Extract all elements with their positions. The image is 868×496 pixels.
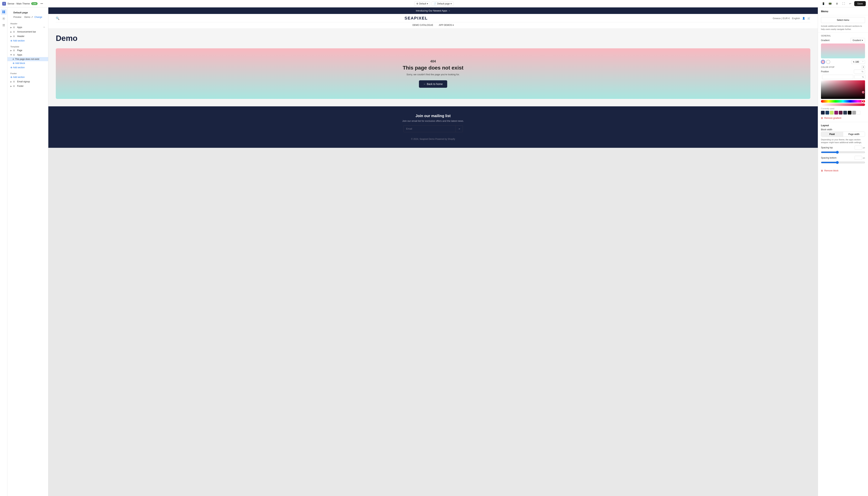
sidebar-item-not-exist[interactable]: A This page does not exist	[7, 57, 48, 61]
page-icon: 📄	[434, 2, 436, 5]
sidebar-header: Default page Preview Demo ↗ Change	[7, 7, 48, 21]
swatch-1[interactable]	[821, 111, 825, 114]
sidebar-icon-apps[interactable]	[1, 22, 7, 28]
nav-demo-catalogue[interactable]: DEMO CATALOGUE	[413, 24, 433, 26]
template-section-label: Template	[7, 44, 48, 48]
topbar-right: 📱 📟 🖥 ⛶ ↩ Save	[455, 1, 866, 6]
swatch-5[interactable]	[839, 111, 842, 114]
add-block-button[interactable]: ⊕ Add block	[7, 61, 48, 65]
search-icon[interactable]: 🔍	[56, 17, 60, 20]
device-tablet-button[interactable]: 📟	[827, 1, 833, 6]
sidebar-item-apps-template[interactable]: ▶ ⊞ Apps	[7, 52, 48, 57]
spacing-top-slider[interactable]	[821, 151, 865, 154]
color-picker-handle[interactable]	[862, 91, 864, 93]
store-footer: Join our mailing list Join our email lis…	[48, 106, 818, 148]
header-section-group: Header ▶ ⊞ Apps 👁 ▶ ⊞ Announcement bar ▶…	[7, 21, 48, 44]
trash-icon: 🗑	[821, 117, 823, 119]
position-label: Position	[821, 70, 853, 73]
trash-icon2: 🗑	[821, 169, 823, 172]
footer-subheading: Join our email list for exclusive offers…	[56, 120, 810, 122]
grid-icon6: ⊞	[13, 85, 16, 87]
angle-value-input[interactable]	[855, 61, 862, 63]
sidebar-item-apps-header[interactable]: ▶ ⊞ Apps 👁	[7, 25, 48, 30]
live-badge: Live	[31, 2, 37, 5]
spacing-bottom-slider[interactable]	[821, 161, 865, 164]
swatch-4[interactable]	[834, 111, 838, 114]
swatch-2[interactable]	[825, 111, 829, 114]
undo-button[interactable]: ↩	[848, 1, 853, 6]
error-subtitle: Sorry, we couldn't find the page you're …	[63, 73, 803, 76]
email-signup-row: →	[403, 125, 463, 132]
sidebar-icon-bar	[0, 7, 7, 496]
pct-input[interactable]: 100	[856, 76, 862, 78]
alpha-slider[interactable]	[821, 103, 865, 106]
add-color-stop-button[interactable]: +	[862, 65, 865, 69]
save-button[interactable]: Save	[854, 1, 866, 6]
swatch-white[interactable]	[857, 111, 861, 114]
gradient-label: Gradient Gradient ▾	[821, 38, 865, 43]
gradient-preview[interactable]	[821, 44, 865, 58]
chevron-down-icon2: ▾	[451, 2, 452, 5]
svg-point-4	[3, 18, 4, 19]
grid-icon2: ⊞	[13, 30, 16, 33]
sidebar-item-page[interactable]: ▶ ⊞ Page	[7, 48, 48, 52]
gradient-dropdown[interactable]: Gradient ▾	[851, 38, 865, 43]
right-panel-title: Menu	[821, 10, 865, 13]
hue-handle[interactable]	[861, 100, 864, 103]
hex-input[interactable]: #FFD3E2	[822, 75, 853, 79]
email-input[interactable]	[403, 125, 456, 132]
color-stop-2[interactable]	[826, 60, 830, 64]
svg-rect-0	[2, 11, 3, 12]
device-mobile-button[interactable]: 📱	[821, 1, 826, 6]
footer-section-label: Footer	[7, 71, 48, 75]
footer-heading: Join our mailing list	[56, 114, 810, 118]
swatch-6[interactable]	[843, 111, 847, 114]
color-swatches	[821, 111, 865, 114]
page-select[interactable]: 📄 Default page ▾	[432, 1, 454, 6]
select-menu-button[interactable]: Select menu	[821, 17, 865, 23]
add-section-footer-button[interactable]: ⊕ Add section	[7, 75, 48, 79]
spacing-top-input: 36 px	[855, 145, 865, 150]
swatch-3[interactable]	[830, 111, 834, 114]
spacing-bottom-value[interactable]: 36	[855, 156, 862, 160]
add-section-template-button[interactable]: ⊕ Add section	[7, 65, 48, 70]
hue-slider[interactable]	[821, 100, 865, 103]
position-input[interactable]: 0	[855, 70, 861, 73]
position-unit: %	[862, 71, 863, 73]
store-nav-right: Greece | EUR € English 👤 🛒	[773, 17, 810, 20]
sidebar-item-header[interactable]: ▶ ⊞ Header	[7, 34, 48, 38]
color-picker-area[interactable]	[821, 80, 865, 99]
announcement-bar: Introducing Our Newest Apps →	[48, 7, 818, 14]
sidebar-icon-sections[interactable]	[1, 9, 7, 15]
add-section-header-button[interactable]: ⊕ Add section	[7, 38, 48, 43]
remove-gradient-button[interactable]: 🗑 Remove gradient	[821, 116, 865, 120]
back-to-home-button[interactable]: ← Back to home	[419, 80, 447, 88]
template-section-group: Template ▶ ⊞ Page ▶ ⊞ Apps A This page d…	[7, 44, 48, 71]
fluid-button[interactable]: Fluid	[821, 132, 843, 137]
sidebar-item-footer[interactable]: ▶ ⊞ Footer	[7, 84, 48, 88]
nav-app-demos[interactable]: APP DEMOS ▾	[439, 24, 454, 26]
more-options-button[interactable]: •••	[39, 1, 44, 6]
page-width-button[interactable]: Page width	[843, 132, 865, 137]
environment-select[interactable]: ⚙ Default ▾	[414, 1, 430, 6]
account-icon: 👤	[802, 17, 805, 20]
sidebar-item-announcement[interactable]: ▶ ⊞ Announcement bar	[7, 30, 48, 34]
email-submit-button[interactable]: →	[456, 125, 463, 132]
remove-block-button[interactable]: 🗑 Remove block	[818, 168, 868, 173]
device-desktop-button[interactable]: 🖥	[834, 1, 839, 6]
sidebar-icon-settings[interactable]	[1, 16, 7, 21]
grid-icon5: ⊞	[13, 80, 16, 83]
spacing-top-value[interactable]: 36	[855, 145, 862, 150]
chevron-right-icon5: ▶	[11, 81, 12, 83]
swatch-black[interactable]	[848, 111, 851, 114]
change-link[interactable]: Change	[34, 16, 42, 18]
color-stop-1[interactable]	[821, 60, 825, 64]
store-nav-top: 🔍 SEAPIXEL Greece | EUR € English 👤 🛒	[56, 16, 810, 21]
spacing-bottom-row: Spacing bottom 36 px	[821, 156, 865, 160]
color-stop-label: COLOR STOP	[821, 66, 835, 68]
right-panel: Menu Select menu Include additional link…	[818, 7, 868, 496]
swatch-gray[interactable]	[852, 111, 856, 114]
svg-rect-3	[4, 12, 5, 13]
sidebar-item-email-signup[interactable]: ▶ ⊞ Email signup	[7, 79, 48, 84]
fullscreen-button[interactable]: ⛶	[841, 1, 846, 6]
